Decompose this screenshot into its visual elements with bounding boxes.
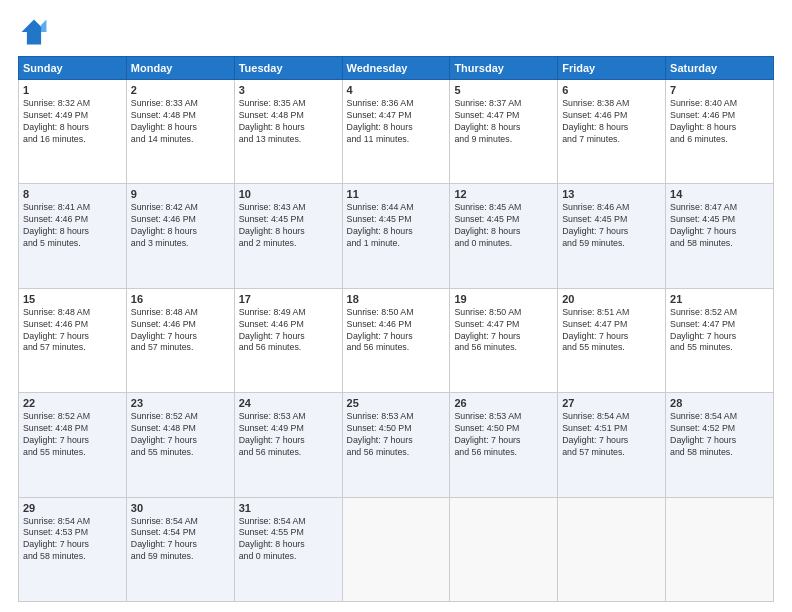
day-info: Sunrise: 8:38 AMSunset: 4:46 PMDaylight:… — [562, 98, 661, 146]
weekday-header-sunday: Sunday — [19, 57, 127, 80]
weekday-header-thursday: Thursday — [450, 57, 558, 80]
day-number: 24 — [239, 397, 338, 409]
day-info: Sunrise: 8:36 AMSunset: 4:47 PMDaylight:… — [347, 98, 446, 146]
calendar-week-row: 8Sunrise: 8:41 AMSunset: 4:46 PMDaylight… — [19, 184, 774, 288]
day-number: 31 — [239, 502, 338, 514]
calendar-cell: 11Sunrise: 8:44 AMSunset: 4:45 PMDayligh… — [342, 184, 450, 288]
calendar-cell: 13Sunrise: 8:46 AMSunset: 4:45 PMDayligh… — [558, 184, 666, 288]
calendar-cell: 8Sunrise: 8:41 AMSunset: 4:46 PMDaylight… — [19, 184, 127, 288]
day-number: 25 — [347, 397, 446, 409]
day-info: Sunrise: 8:54 AMSunset: 4:51 PMDaylight:… — [562, 411, 661, 459]
calendar-cell — [342, 497, 450, 601]
calendar-week-row: 1Sunrise: 8:32 AMSunset: 4:49 PMDaylight… — [19, 80, 774, 184]
header — [18, 16, 774, 48]
day-info: Sunrise: 8:44 AMSunset: 4:45 PMDaylight:… — [347, 202, 446, 250]
day-info: Sunrise: 8:54 AMSunset: 4:55 PMDaylight:… — [239, 516, 338, 564]
calendar-cell: 25Sunrise: 8:53 AMSunset: 4:50 PMDayligh… — [342, 393, 450, 497]
calendar-cell: 23Sunrise: 8:52 AMSunset: 4:48 PMDayligh… — [126, 393, 234, 497]
day-info: Sunrise: 8:50 AMSunset: 4:47 PMDaylight:… — [454, 307, 553, 355]
day-number: 1 — [23, 84, 122, 96]
calendar-cell: 20Sunrise: 8:51 AMSunset: 4:47 PMDayligh… — [558, 288, 666, 392]
weekday-header-row: SundayMondayTuesdayWednesdayThursdayFrid… — [19, 57, 774, 80]
day-info: Sunrise: 8:32 AMSunset: 4:49 PMDaylight:… — [23, 98, 122, 146]
calendar-cell: 5Sunrise: 8:37 AMSunset: 4:47 PMDaylight… — [450, 80, 558, 184]
day-info: Sunrise: 8:53 AMSunset: 4:50 PMDaylight:… — [347, 411, 446, 459]
day-number: 17 — [239, 293, 338, 305]
calendar-week-row: 29Sunrise: 8:54 AMSunset: 4:53 PMDayligh… — [19, 497, 774, 601]
day-info: Sunrise: 8:33 AMSunset: 4:48 PMDaylight:… — [131, 98, 230, 146]
day-info: Sunrise: 8:47 AMSunset: 4:45 PMDaylight:… — [670, 202, 769, 250]
day-number: 6 — [562, 84, 661, 96]
day-info: Sunrise: 8:35 AMSunset: 4:48 PMDaylight:… — [239, 98, 338, 146]
day-info: Sunrise: 8:40 AMSunset: 4:46 PMDaylight:… — [670, 98, 769, 146]
calendar-cell — [450, 497, 558, 601]
calendar-cell: 28Sunrise: 8:54 AMSunset: 4:52 PMDayligh… — [666, 393, 774, 497]
day-number: 11 — [347, 188, 446, 200]
day-info: Sunrise: 8:54 AMSunset: 4:52 PMDaylight:… — [670, 411, 769, 459]
logo-icon — [18, 16, 50, 48]
calendar-cell: 3Sunrise: 8:35 AMSunset: 4:48 PMDaylight… — [234, 80, 342, 184]
day-number: 10 — [239, 188, 338, 200]
day-number: 20 — [562, 293, 661, 305]
day-info: Sunrise: 8:52 AMSunset: 4:48 PMDaylight:… — [23, 411, 122, 459]
day-number: 12 — [454, 188, 553, 200]
calendar-cell: 30Sunrise: 8:54 AMSunset: 4:54 PMDayligh… — [126, 497, 234, 601]
day-info: Sunrise: 8:45 AMSunset: 4:45 PMDaylight:… — [454, 202, 553, 250]
calendar-cell: 10Sunrise: 8:43 AMSunset: 4:45 PMDayligh… — [234, 184, 342, 288]
day-info: Sunrise: 8:41 AMSunset: 4:46 PMDaylight:… — [23, 202, 122, 250]
calendar-cell: 16Sunrise: 8:48 AMSunset: 4:46 PMDayligh… — [126, 288, 234, 392]
day-number: 18 — [347, 293, 446, 305]
calendar-week-row: 22Sunrise: 8:52 AMSunset: 4:48 PMDayligh… — [19, 393, 774, 497]
day-number: 4 — [347, 84, 446, 96]
calendar-cell: 2Sunrise: 8:33 AMSunset: 4:48 PMDaylight… — [126, 80, 234, 184]
calendar-cell: 14Sunrise: 8:47 AMSunset: 4:45 PMDayligh… — [666, 184, 774, 288]
day-info: Sunrise: 8:46 AMSunset: 4:45 PMDaylight:… — [562, 202, 661, 250]
calendar-table: SundayMondayTuesdayWednesdayThursdayFrid… — [18, 56, 774, 602]
day-info: Sunrise: 8:54 AMSunset: 4:53 PMDaylight:… — [23, 516, 122, 564]
day-info: Sunrise: 8:49 AMSunset: 4:46 PMDaylight:… — [239, 307, 338, 355]
calendar-cell: 31Sunrise: 8:54 AMSunset: 4:55 PMDayligh… — [234, 497, 342, 601]
weekday-header-tuesday: Tuesday — [234, 57, 342, 80]
calendar-cell: 22Sunrise: 8:52 AMSunset: 4:48 PMDayligh… — [19, 393, 127, 497]
calendar-cell: 15Sunrise: 8:48 AMSunset: 4:46 PMDayligh… — [19, 288, 127, 392]
day-number: 22 — [23, 397, 122, 409]
day-number: 13 — [562, 188, 661, 200]
calendar-week-row: 15Sunrise: 8:48 AMSunset: 4:46 PMDayligh… — [19, 288, 774, 392]
day-number: 23 — [131, 397, 230, 409]
day-number: 14 — [670, 188, 769, 200]
weekday-header-wednesday: Wednesday — [342, 57, 450, 80]
logo — [18, 16, 54, 48]
calendar-cell: 1Sunrise: 8:32 AMSunset: 4:49 PMDaylight… — [19, 80, 127, 184]
day-number: 9 — [131, 188, 230, 200]
calendar-cell: 12Sunrise: 8:45 AMSunset: 4:45 PMDayligh… — [450, 184, 558, 288]
calendar-cell: 21Sunrise: 8:52 AMSunset: 4:47 PMDayligh… — [666, 288, 774, 392]
day-info: Sunrise: 8:48 AMSunset: 4:46 PMDaylight:… — [23, 307, 122, 355]
day-info: Sunrise: 8:51 AMSunset: 4:47 PMDaylight:… — [562, 307, 661, 355]
calendar-cell: 4Sunrise: 8:36 AMSunset: 4:47 PMDaylight… — [342, 80, 450, 184]
day-info: Sunrise: 8:37 AMSunset: 4:47 PMDaylight:… — [454, 98, 553, 146]
calendar-cell: 24Sunrise: 8:53 AMSunset: 4:49 PMDayligh… — [234, 393, 342, 497]
day-info: Sunrise: 8:43 AMSunset: 4:45 PMDaylight:… — [239, 202, 338, 250]
day-info: Sunrise: 8:53 AMSunset: 4:50 PMDaylight:… — [454, 411, 553, 459]
day-number: 7 — [670, 84, 769, 96]
weekday-header-monday: Monday — [126, 57, 234, 80]
calendar-cell — [558, 497, 666, 601]
day-number: 28 — [670, 397, 769, 409]
calendar-cell: 26Sunrise: 8:53 AMSunset: 4:50 PMDayligh… — [450, 393, 558, 497]
day-number: 3 — [239, 84, 338, 96]
day-number: 15 — [23, 293, 122, 305]
calendar-cell — [666, 497, 774, 601]
day-info: Sunrise: 8:52 AMSunset: 4:48 PMDaylight:… — [131, 411, 230, 459]
day-info: Sunrise: 8:42 AMSunset: 4:46 PMDaylight:… — [131, 202, 230, 250]
day-number: 8 — [23, 188, 122, 200]
day-info: Sunrise: 8:52 AMSunset: 4:47 PMDaylight:… — [670, 307, 769, 355]
calendar-cell: 7Sunrise: 8:40 AMSunset: 4:46 PMDaylight… — [666, 80, 774, 184]
calendar-cell: 17Sunrise: 8:49 AMSunset: 4:46 PMDayligh… — [234, 288, 342, 392]
calendar-cell: 6Sunrise: 8:38 AMSunset: 4:46 PMDaylight… — [558, 80, 666, 184]
calendar-cell: 29Sunrise: 8:54 AMSunset: 4:53 PMDayligh… — [19, 497, 127, 601]
day-info: Sunrise: 8:53 AMSunset: 4:49 PMDaylight:… — [239, 411, 338, 459]
day-number: 19 — [454, 293, 553, 305]
calendar-cell: 27Sunrise: 8:54 AMSunset: 4:51 PMDayligh… — [558, 393, 666, 497]
day-info: Sunrise: 8:50 AMSunset: 4:46 PMDaylight:… — [347, 307, 446, 355]
calendar-cell: 18Sunrise: 8:50 AMSunset: 4:46 PMDayligh… — [342, 288, 450, 392]
